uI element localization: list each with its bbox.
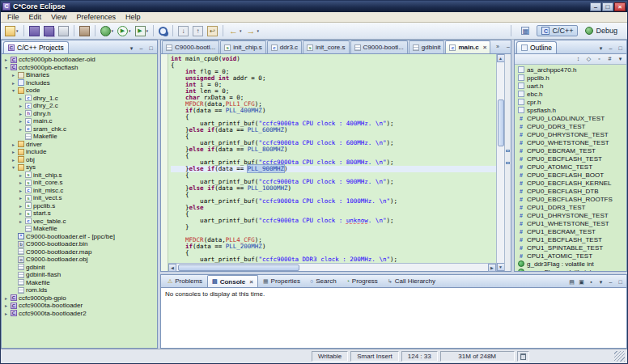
tree-item[interactable]: Makefile (2, 225, 157, 233)
forward-button[interactable]: →▾ (244, 23, 261, 38)
expander-closed-icon[interactable]: ▸ (3, 311, 9, 316)
outline-item[interactable]: CPU0_EBCFLASH_ROOTFS (515, 195, 626, 203)
menu-help[interactable]: Help (121, 13, 146, 21)
debug-button[interactable]: ▾ (99, 23, 116, 38)
tree-item[interactable]: gdbinit-flash (2, 271, 157, 279)
tree-item[interactable]: ▸dhry_2.c (2, 102, 157, 110)
expander-closed-icon[interactable]: ▸ (11, 142, 16, 147)
tree-item[interactable]: ▸sram_chk.c (2, 125, 157, 133)
tree-item[interactable]: ▸init_chip.s (2, 171, 157, 180)
expander-closed-icon[interactable]: ▸ (3, 57, 9, 62)
code-line[interactable]: uart_printf_buf("ccfc9000ta DDR3 clock :… (171, 256, 496, 263)
console-content[interactable]: No consoles to display at this time. (161, 288, 626, 348)
close-tab-icon[interactable]: × (249, 278, 253, 286)
scroll-right-icon[interactable]: ▶ (488, 264, 496, 272)
code-line[interactable]: }else (171, 205, 496, 211)
tree-item[interactable]: C9000-bootloader.obj (2, 256, 157, 264)
code-line[interactable]: }else if(data == PLL_600MHZ) (171, 127, 496, 133)
vertical-scroll-thumb[interactable] (498, 99, 504, 146)
outline-item[interactable]: CPU0_DHRYSTONE_TEST (515, 130, 626, 138)
dropdown-arrow-icon[interactable]: ▾ (129, 28, 131, 33)
occurrence-mark[interactable] (506, 162, 510, 164)
maximize-view-icon[interactable]: □ (616, 44, 625, 53)
outline-item[interactable]: uart.h (515, 82, 626, 90)
minimize-view-icon[interactable]: – (606, 278, 615, 287)
expander-open-icon[interactable]: ▾ (11, 87, 16, 93)
outline-item[interactable]: CPU0_EBCFLASH_KERNEL (515, 179, 626, 187)
tree-item[interactable]: Makefile (2, 279, 157, 287)
outline-item[interactable]: CPU1_DDR3_TEST (515, 203, 626, 211)
tree-item[interactable]: ▸init_misc.c (2, 187, 157, 195)
outline-item[interactable]: CPU0_EBCRAM_TEST (515, 146, 626, 154)
tree-item[interactable]: Makefile (2, 133, 157, 141)
dropdown-arrow-icon[interactable]: ▾ (112, 28, 114, 33)
tree-item[interactable]: C9000-bootloader.bin (2, 240, 157, 248)
expander-closed-icon[interactable]: ▸ (18, 118, 23, 124)
tree-item[interactable]: ▸include (2, 148, 157, 156)
build-all-button[interactable] (78, 23, 91, 38)
menu-file[interactable]: File (2, 13, 24, 21)
scroll-down-icon[interactable]: ▼ (497, 263, 505, 271)
tree-item[interactable]: ▸init_core.s (2, 179, 157, 187)
tab-properties[interactable]: ▦Properties (258, 275, 305, 287)
outline-item[interactable]: g_ddr3Flag : volatile int (515, 260, 626, 268)
hide-macros-icon[interactable]: # (605, 55, 614, 64)
tree-item[interactable]: ▾code (2, 87, 157, 95)
code-line[interactable]: uart_printf_buf("ccfc9000ta CPU clock : … (171, 218, 496, 224)
tree-item[interactable]: ▾sys (2, 163, 157, 171)
tree-item[interactable]: rom.lds (2, 286, 157, 294)
tree-item[interactable]: ▸ccfc9000pb-bootloader-old (2, 56, 157, 64)
tree-item[interactable]: ▸Binaries (2, 71, 157, 79)
scroll-up-icon[interactable]: ▲ (497, 54, 505, 62)
minimize-button[interactable]: – (590, 2, 601, 11)
back-button[interactable]: ←▾ (227, 23, 244, 38)
outline-item[interactable]: CPU1_DHRYSTONE_TEST (515, 211, 626, 219)
view-menu-icon[interactable]: ▾ (616, 55, 625, 64)
close-tab-icon[interactable]: × (483, 44, 487, 51)
run-garbage-collector-button[interactable] (517, 351, 529, 362)
outline-item[interactable]: CPU0_EBCFLASH_BOOT (515, 171, 626, 179)
maximize-view-icon[interactable]: □ (616, 278, 625, 287)
save-button[interactable] (28, 23, 41, 38)
code-line[interactable]: }else if(data == PLL_1000MHZ) (171, 185, 496, 192)
resize-grip[interactable] (614, 351, 625, 362)
tree-item[interactable]: ▸start.s (2, 210, 157, 218)
tab-problems[interactable]: ⚠Problems (163, 275, 207, 287)
code-line[interactable]: int main_cpu0(void) (171, 56, 496, 62)
outline-item[interactable]: cpr.h (515, 98, 626, 106)
expander-closed-icon[interactable]: ▸ (11, 149, 16, 154)
expander-closed-icon[interactable]: ▸ (11, 80, 16, 86)
outline-item[interactable]: CPU0_ATOMIC_TEST (515, 163, 626, 171)
expander-closed-icon[interactable]: ▸ (11, 157, 16, 163)
run-button[interactable]: ▶▾ (116, 23, 133, 38)
outline-item[interactable]: ebc.h (515, 90, 626, 98)
hide-fields-icon[interactable]: ◇ (584, 55, 593, 64)
open-perspective-button[interactable]: ▦ (516, 25, 534, 36)
code-line[interactable]: if(data == PLL_200MHZ) (171, 243, 496, 250)
menu-preferences[interactable]: Preferences (71, 13, 121, 21)
open-console-icon[interactable]: ▣ (577, 278, 586, 287)
tree-item[interactable]: ▾ccfc9000pb-ebcflash (2, 64, 157, 72)
editor-tab-c9000-bootl-[interactable]: C9000-bootl... (350, 40, 408, 53)
outline-item[interactable]: CPU0_WHETSTONE_TEST (515, 138, 626, 146)
maximize-view-icon[interactable]: □ (146, 44, 155, 53)
view-menu-icon[interactable]: ▾ (596, 44, 605, 53)
expander-closed-icon[interactable]: ▸ (18, 195, 23, 201)
tab-progress[interactable]: ◔Progress (342, 275, 383, 287)
expander-closed-icon[interactable]: ▸ (18, 103, 23, 108)
tree-item[interactable]: ▸dhry.h (2, 110, 157, 118)
vertical-scrollbar[interactable]: ▲ ▼ (496, 54, 504, 271)
tab-search[interactable]: ○Search (305, 275, 342, 287)
save-all-button[interactable] (42, 23, 56, 38)
outline-item[interactable]: CPU1_EBCFLASH_TEST (515, 235, 626, 243)
outline-item[interactable]: CPU1_WHETSTONE_TEST (515, 219, 626, 227)
code-line[interactable]: } (171, 224, 496, 231)
titlebar[interactable]: C C*Core Eclipse – □ × (1, 1, 627, 12)
dropdown-arrow-icon[interactable]: ▾ (240, 28, 242, 33)
occurrence-mark[interactable] (506, 150, 510, 152)
editor-tab-ddr3-c[interactable]: ddr3.c (267, 40, 302, 53)
pin-console-icon[interactable]: ▪ (587, 278, 596, 287)
code-editor[interactable]: int main_cpu0(void){ int flg = 0; unsign… (168, 54, 496, 263)
tab-cpp-projects[interactable]: C/C++ Projects (3, 41, 69, 53)
tree-item[interactable]: C9000-bootloader.map (2, 248, 157, 256)
